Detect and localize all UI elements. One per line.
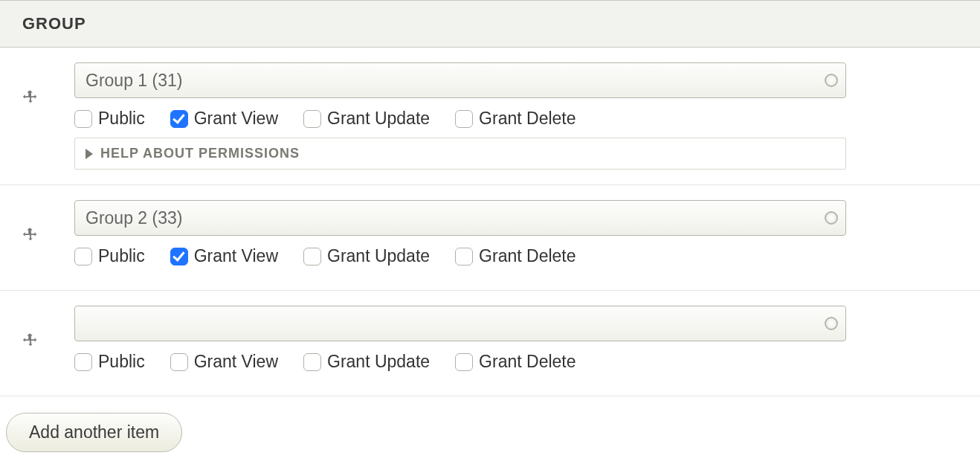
grant-delete-checkbox-label: Grant Delete [479,109,576,129]
grant-view-checkbox-box[interactable] [170,248,188,265]
help-about-permissions[interactable]: HELP ABOUT PERMISSIONS [74,138,846,170]
grant-delete-checkbox-label: Grant Delete [479,352,576,372]
grant-delete-checkbox[interactable]: Grant Delete [455,246,576,266]
select-indicator-icon [825,211,838,225]
drag-handle-icon[interactable] [22,227,39,243]
public-checkbox-label: Public [98,246,145,266]
group-select[interactable] [74,306,846,341]
group-row: PublicGrant ViewGrant UpdateGrant Delete [0,291,980,396]
grant-update-checkbox-label: Grant Update [327,246,430,266]
add-button-label: Add another item [29,422,159,442]
group-select[interactable]: Group 2 (33) [74,200,846,236]
table-header: GROUP [0,0,980,48]
grant-update-checkbox-box[interactable] [303,248,321,265]
grant-view-checkbox[interactable]: Grant View [170,352,278,372]
grant-delete-checkbox-box[interactable] [455,353,473,371]
add-another-item-button[interactable]: Add another item [6,413,182,452]
grant-delete-checkbox-label: Grant Delete [479,246,576,266]
select-indicator-icon [825,317,838,330]
grant-update-checkbox-box[interactable] [303,353,321,371]
grant-view-checkbox-box[interactable] [170,353,188,371]
help-label: HELP ABOUT PERMISSIONS [100,146,300,161]
group-row: Group 2 (33)PublicGrant ViewGrant Update… [0,185,980,291]
group-select-value: Group 2 (33) [86,208,182,228]
grant-update-checkbox[interactable]: Grant Update [303,109,430,129]
grant-update-checkbox[interactable]: Grant Update [303,352,430,372]
grant-view-checkbox-label: Grant View [194,352,278,372]
group-select[interactable]: Group 1 (31) [74,62,846,98]
public-checkbox-box[interactable] [74,353,92,371]
grant-update-checkbox[interactable]: Grant Update [303,246,430,266]
public-checkbox-label: Public [98,109,145,129]
grant-update-checkbox-box[interactable] [303,110,321,128]
grant-view-checkbox-box[interactable] [170,110,188,128]
column-header-group: GROUP [22,14,86,33]
select-indicator-icon [825,74,838,87]
grant-view-checkbox-label: Grant View [194,246,278,266]
public-checkbox[interactable]: Public [74,109,145,129]
public-checkbox-box[interactable] [74,110,92,128]
grant-delete-checkbox[interactable]: Grant Delete [455,352,576,372]
grant-view-checkbox[interactable]: Grant View [170,246,278,266]
public-checkbox[interactable]: Public [74,246,145,266]
grant-delete-checkbox[interactable]: Grant Delete [455,109,576,129]
grant-delete-checkbox-box[interactable] [455,248,473,265]
group-select-value: Group 1 (31) [86,71,182,91]
public-checkbox-label: Public [98,352,145,372]
triangle-right-icon [86,149,93,159]
group-row: Group 1 (31)PublicGrant ViewGrant Update… [0,48,980,185]
grant-view-checkbox-label: Grant View [194,109,278,129]
drag-handle-icon[interactable] [22,89,39,106]
public-checkbox[interactable]: Public [74,352,145,372]
public-checkbox-box[interactable] [74,248,92,265]
grant-delete-checkbox-box[interactable] [455,110,473,128]
drag-handle-icon[interactable] [22,332,39,349]
grant-update-checkbox-label: Grant Update [327,352,430,372]
grant-update-checkbox-label: Grant Update [327,109,430,129]
grant-view-checkbox[interactable]: Grant View [170,109,278,129]
